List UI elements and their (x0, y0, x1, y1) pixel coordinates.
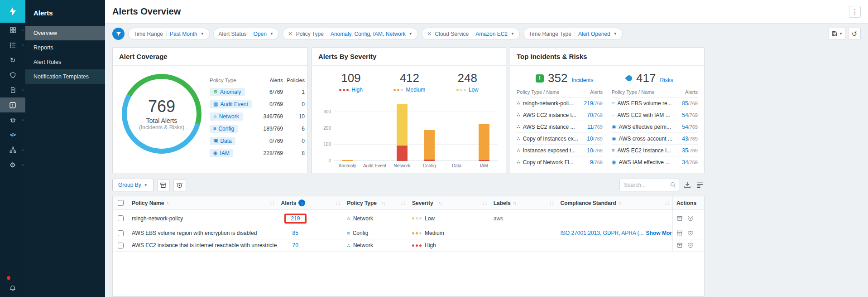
rail-item-governance[interactable] (0, 68, 25, 83)
risks-label[interactable]: Risks (660, 77, 673, 83)
low-label[interactable]: Low (469, 87, 479, 93)
alerts-link[interactable]: 9 (590, 159, 593, 166)
alerts-link[interactable]: 70 (587, 112, 593, 118)
column-header-labels[interactable]: Labels (494, 200, 511, 206)
sidebar-item-notification-templates[interactable]: Notification Templates (25, 69, 105, 84)
severity-bar-config[interactable]: Config (416, 99, 443, 168)
prisma-cloud-logo[interactable] (0, 0, 25, 23)
filter-pill-time-range-type[interactable]: Time Range Type Alert Opened ▼ (523, 28, 623, 40)
severity-bar-anomaly[interactable]: Anomaly (334, 99, 361, 168)
policy-type-chip[interactable]: Network (210, 112, 243, 121)
filter-pill-time-range[interactable]: Time Range Past Month ▼ (128, 28, 210, 40)
rail-item-code[interactable]: </> (0, 127, 25, 142)
severity-bar-network[interactable]: Network (388, 99, 416, 168)
high-severity-stat[interactable]: 109 High (339, 71, 363, 93)
sort-icon[interactable]: ↑↓ (513, 201, 516, 205)
column-header-severity[interactable]: Severity (412, 200, 433, 206)
archive-button[interactable] (157, 179, 170, 191)
policy-name[interactable]: rsingh-network-policy (128, 215, 277, 222)
rail-item-alerts[interactable] (0, 97, 25, 112)
alerts-count-link[interactable]: 70 (292, 242, 298, 248)
rail-item-compliance[interactable]: › (0, 83, 25, 97)
column-resize-handle[interactable]: ⋮⋮ (335, 201, 343, 205)
policy-type-chip[interactable]: IAM (210, 149, 233, 157)
sort-icon[interactable]: ↑↓ (619, 201, 622, 205)
sidebar-item-overview[interactable]: Overview (25, 26, 105, 40)
alerts-link[interactable]: 85 (682, 100, 688, 107)
filter-funnel-button[interactable] (112, 28, 125, 40)
snooze-button[interactable] (173, 179, 186, 191)
alerts-link[interactable]: 35 (682, 147, 688, 154)
column-header-compliance[interactable]: Compliance Standard (561, 200, 616, 206)
compliance-link[interactable]: ISO 27001:2013, GDPR, APRA (... (561, 230, 644, 236)
snooze-row-button[interactable] (687, 230, 694, 236)
archive-row-button[interactable] (676, 230, 683, 236)
bell-icon[interactable] (9, 284, 16, 292)
medium-severity-stat[interactable]: 412 Medium (393, 71, 425, 93)
group-by-button[interactable]: Group By ▼ (112, 179, 153, 191)
sidebar-item-reports[interactable]: Reports (25, 40, 105, 55)
policy-name[interactable]: AWS EC2 instance that is internet reacha… (128, 242, 277, 248)
save-filter-button[interactable]: ▼ (829, 28, 845, 40)
sort-icon[interactable]: ↑↓ (166, 201, 169, 205)
column-resize-handle[interactable]: ⋮⋮ (400, 201, 408, 205)
snooze-row-button[interactable] (687, 242, 694, 248)
column-resize-handle[interactable]: ⋮⋮ (548, 201, 557, 205)
column-header-alerts[interactable]: Alerts (281, 200, 296, 206)
alerts-count-link[interactable]: 219 (291, 215, 300, 222)
column-settings-button[interactable] (695, 180, 705, 190)
row-checkbox[interactable] (118, 243, 124, 248)
policy-type-chip[interactable]: Anomaly (210, 88, 245, 96)
alerts-link[interactable]: 34 (682, 159, 688, 166)
alerts-link[interactable]: 43 (682, 136, 688, 142)
select-all-checkbox[interactable] (118, 200, 124, 206)
policy-type-chip[interactable]: Data (210, 137, 235, 145)
download-button[interactable] (683, 180, 692, 190)
alerts-link[interactable]: 10 (587, 136, 593, 142)
row-checkbox[interactable] (118, 230, 124, 236)
severity-bar-iam[interactable]: IAM (470, 99, 498, 168)
risks-stat[interactable]: 417 Risks (607, 71, 698, 85)
column-resize-handle[interactable]: ⋮⋮ (269, 201, 277, 205)
column-header-policy-name[interactable]: Policy Name (132, 200, 164, 206)
alerts-link[interactable]: 219 (584, 100, 593, 107)
column-resize-handle[interactable]: ⋮⋮ (664, 201, 672, 205)
remove-filter-icon[interactable]: ✕ (288, 31, 293, 37)
policy-name[interactable]: AWS EBS volume region with encryption is… (128, 230, 277, 236)
column-resize-handle[interactable]: ⋮⋮ (481, 201, 490, 205)
archive-row-button[interactable] (676, 242, 683, 248)
rail-item-settings[interactable]: ⚙ › (0, 157, 25, 172)
severity-bar-data[interactable]: Data (443, 99, 470, 168)
filter-pill-alert-status[interactable]: Alert Status Open ▼ (213, 28, 279, 40)
show-more-link[interactable]: Show More (646, 230, 672, 236)
filter-pill-policy-type[interactable]: ✕ Policy Type Anomaly, Config, IAM, Netw… (283, 28, 418, 40)
archive-row-button[interactable] (676, 215, 683, 222)
rail-item-vulnerabilities[interactable]: › (0, 112, 25, 127)
policy-type-chip[interactable]: Audit Event (210, 100, 252, 108)
sort-icon[interactable]: ↑↓ (382, 201, 385, 205)
kebab-menu-button[interactable]: ⋮ (849, 6, 861, 18)
rail-item-network[interactable]: › (0, 142, 25, 157)
sort-icon[interactable]: ↑↓ (439, 201, 442, 205)
filter-pill-cloud-service[interactable]: ✕ Cloud Service Amazon EC2 ▼ (422, 28, 520, 40)
medium-label[interactable]: Medium (406, 87, 425, 93)
alerts-link[interactable]: 54 (682, 112, 688, 118)
reset-filters-button[interactable]: ↺ (848, 28, 861, 40)
low-severity-stat[interactable]: 248 Low (456, 71, 479, 93)
sort-descending-icon[interactable]: ↓ (298, 200, 305, 206)
column-header-policy-type[interactable]: Policy Type (347, 200, 377, 206)
row-checkbox[interactable] (118, 215, 124, 221)
rail-item-discovery[interactable]: ↻ (0, 53, 25, 68)
alerts-link[interactable]: 11 (587, 124, 593, 130)
sidebar-item-alert-rules[interactable]: Alert Rules (25, 55, 105, 69)
remove-filter-icon[interactable]: ✕ (427, 31, 432, 37)
incidents-stat[interactable]: ! 352 Incidents (517, 71, 607, 85)
rail-item-dashboard[interactable]: › (0, 23, 25, 38)
alerts-count-link[interactable]: 85 (292, 230, 298, 236)
incidents-label[interactable]: Incidents (571, 77, 593, 83)
high-label[interactable]: High (351, 87, 363, 93)
rail-item-inventory[interactable]: › (0, 38, 25, 53)
alerts-link[interactable]: 54 (682, 124, 688, 130)
snooze-row-button[interactable] (687, 215, 694, 222)
policy-type-chip[interactable]: Config (210, 125, 238, 133)
